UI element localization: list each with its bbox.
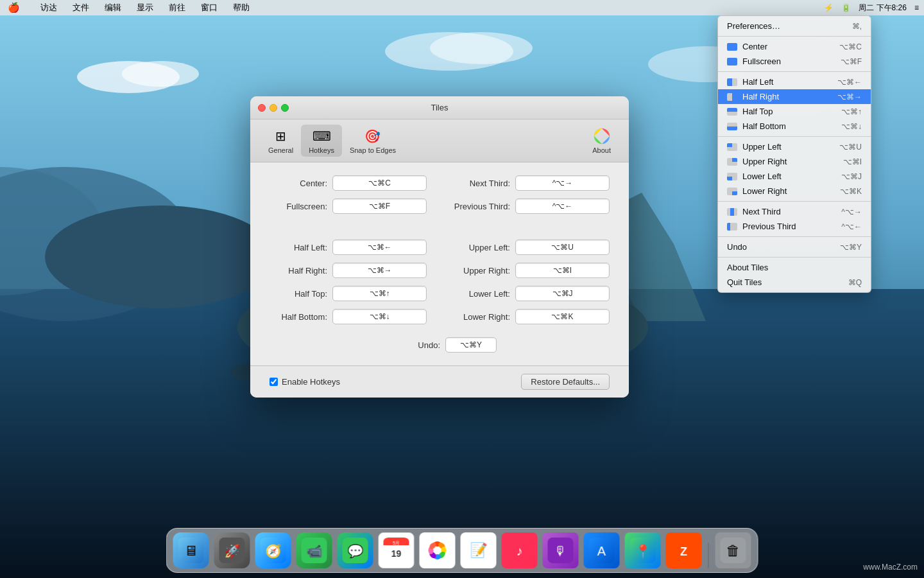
dock-podcasts[interactable]: 🎙 (543, 532, 579, 568)
menubar-go[interactable]: 前往 (166, 1, 188, 15)
half-left-menu-shortcut: ⌥⌘← (837, 78, 862, 87)
dock-findmy[interactable]: 📍 (625, 532, 661, 568)
dock-finder[interactable]: 🖥 (173, 532, 209, 568)
dock-messages[interactable]: 💬 (338, 532, 373, 568)
spacer1 (270, 222, 427, 232)
half-right-input[interactable]: ⌥⌘→ (332, 263, 427, 278)
menu-fullscreen[interactable]: Fullscreen ⌥⌘F (718, 54, 871, 69)
close-button[interactable] (258, 104, 266, 112)
menubar-edit[interactable]: 编辑 (102, 1, 124, 15)
preferences-shortcut: ⌘, (852, 22, 862, 31)
half-left-input[interactable]: ⌥⌘← (332, 240, 427, 255)
upper-right-input[interactable]: ⌥⌘I (515, 263, 610, 278)
dock-music[interactable]: ♪ (502, 532, 538, 568)
window-footer: Enable Hotkeys Restore Defaults... (250, 365, 629, 398)
svg-point-4 (45, 206, 276, 308)
menu-about-tiles[interactable]: About Tiles (718, 260, 871, 275)
menu-half-bottom[interactable]: Half Bottom ⌥⌘↓ (718, 119, 871, 134)
center-input[interactable]: ⌥⌘C (332, 175, 427, 191)
menubar-file[interactable]: 文件 (70, 1, 92, 15)
upper-left-input[interactable]: ⌥⌘U (515, 240, 610, 255)
menu-quit-tiles[interactable]: Quit Tiles ⌘Q (718, 275, 871, 290)
sep3 (718, 136, 871, 137)
general-icon: ⊞ (272, 127, 290, 145)
menubar-help[interactable]: 帮助 (230, 1, 252, 15)
fullscreen-input[interactable]: ⌥⌘F (332, 198, 427, 214)
half-right-menu-icon (727, 93, 737, 101)
dock-appstore[interactable]: A (584, 532, 620, 568)
half-top-menu-shortcut: ⌥⌘↑ (841, 107, 862, 116)
restore-defaults-button[interactable]: Restore Defaults... (521, 374, 610, 390)
battery-icon[interactable]: 🔋 (841, 3, 851, 12)
dock-facetime[interactable]: 📹 (296, 532, 332, 568)
tab-general[interactable]: ⊞ General (261, 125, 301, 157)
lower-left-input[interactable]: ⌥⌘J (515, 286, 610, 301)
hotkeys-checkbox-input[interactable] (270, 378, 278, 386)
menu-lower-left[interactable]: Lower Left ⌥⌘J (718, 169, 871, 184)
svg-text:🗑: 🗑 (726, 543, 740, 559)
lower-right-menu-icon (727, 188, 737, 195)
general-label: General (268, 146, 293, 154)
menu-half-top[interactable]: Half Top ⌥⌘↑ (718, 104, 871, 119)
upper-left-label: Upper Left: (452, 243, 510, 252)
sep5 (718, 236, 871, 237)
menu-next-third[interactable]: Next Third ^⌥→ (718, 204, 871, 219)
snap-label: Snap to Edges (350, 146, 396, 154)
window-toolbar: ⊞ General ⌨ Hotkeys 🎯 Snap to Edges (250, 119, 629, 162)
svg-text:♪: ♪ (517, 544, 523, 558)
minimize-button[interactable] (270, 104, 277, 112)
tab-snap[interactable]: 🎯 Snap to Edges (342, 125, 404, 157)
menu-half-left[interactable]: Half Left ⌥⌘← (718, 74, 871, 89)
tab-hotkeys[interactable]: ⌨ Hotkeys (301, 125, 342, 157)
tab-about[interactable]: About (585, 125, 619, 157)
lower-right-menu-label: Lower Right (742, 186, 787, 196)
next-third-input[interactable]: ^⌥→ (515, 175, 610, 191)
menu-prev-third[interactable]: Previous Third ^⌥← (718, 219, 871, 234)
apple-menu[interactable]: 🍎 (5, 1, 22, 15)
half-right-label: Half Right: (270, 266, 327, 276)
upper-right-menu-icon (727, 158, 737, 166)
upper-left-menu-icon (727, 143, 737, 151)
prev-third-menu-shortcut: ^⌥← (841, 222, 862, 231)
lower-left-menu-shortcut: ⌥⌘J (841, 172, 862, 181)
undo-input[interactable]: ⌥⌘Y (445, 337, 497, 353)
prev-third-input[interactable]: ^⌥← (515, 198, 610, 214)
wifi-icon[interactable]: ⚡ (824, 3, 834, 12)
sep6 (718, 257, 871, 258)
dock-trash[interactable]: 🗑 (715, 532, 751, 568)
dock-zapier[interactable]: Z (666, 532, 702, 568)
maximize-button[interactable] (281, 104, 289, 112)
lower-right-input[interactable]: ⌥⌘K (515, 309, 610, 324)
half-top-input[interactable]: ⌥⌘↑ (332, 286, 427, 301)
dock-launchpad[interactable]: 🚀 (214, 532, 250, 568)
hotkey-lower-right: Lower Right: ⌥⌘K (452, 309, 610, 324)
menu-toggle-icon[interactable]: ≡ (914, 3, 919, 12)
menu-lower-right[interactable]: Lower Right ⌥⌘K (718, 184, 871, 198)
dock-reminders[interactable]: 📝 (461, 532, 497, 568)
enable-hotkeys-checkbox[interactable]: Enable Hotkeys (270, 377, 340, 387)
hotkey-lower-left: Lower Left: ⌥⌘J (452, 286, 610, 301)
traffic-lights (258, 104, 289, 112)
sep1 (718, 36, 871, 37)
half-bottom-input[interactable]: ⌥⌘↓ (332, 309, 427, 324)
hotkey-undo: Undo: ⌥⌘Y (382, 337, 497, 353)
menu-center[interactable]: Center ⌥⌘C (718, 39, 871, 54)
menubar-finder[interactable]: 访达 (38, 1, 60, 15)
menu-upper-right[interactable]: Upper Right ⌥⌘I (718, 154, 871, 169)
half-top-menu-label: Half Top (742, 107, 773, 116)
half-bottom-label: Half Bottom: (270, 312, 327, 322)
menu-half-right[interactable]: Half Right ⌥⌘→ (718, 89, 871, 104)
menu-undo[interactable]: Undo ⌥⌘Y (718, 240, 871, 254)
menubar-window[interactable]: 窗口 (198, 1, 220, 15)
dock-photos[interactable] (420, 532, 456, 568)
upper-left-menu-label: Upper Left (742, 142, 782, 152)
dock-calendar[interactable]: 19 5月 (379, 532, 415, 568)
menubar-view[interactable]: 显示 (134, 1, 156, 15)
half-top-menu-icon (727, 108, 737, 116)
menu-upper-left[interactable]: Upper Left ⌥⌘U (718, 139, 871, 154)
menu-preferences[interactable]: Preferences… ⌘, (718, 19, 871, 33)
fullscreen-label: Fullscreen: (270, 202, 327, 211)
sep4 (718, 201, 871, 202)
dock-safari[interactable]: 🧭 (255, 532, 291, 568)
next-third-menu-icon (727, 208, 737, 216)
